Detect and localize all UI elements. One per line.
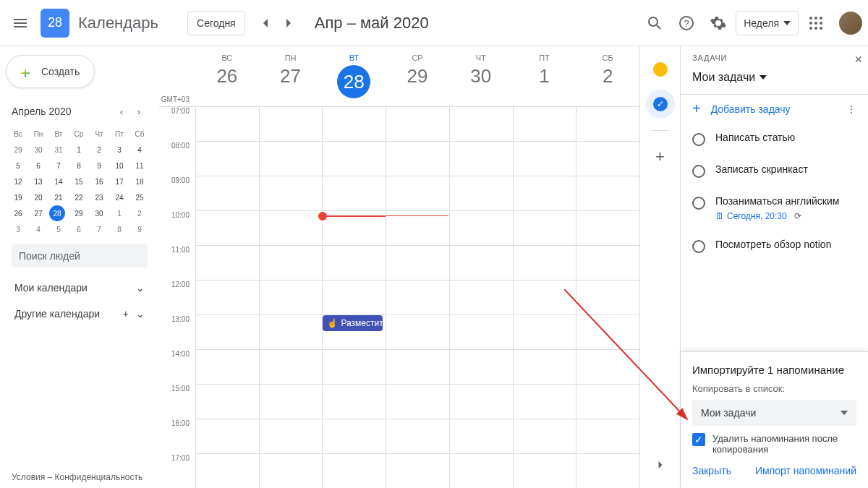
mini-cal-day[interactable]: 6 bbox=[29, 158, 48, 174]
footer-links[interactable]: Условия – Конфиденциальность bbox=[12, 472, 142, 482]
task-circle[interactable] bbox=[692, 165, 705, 178]
mini-cal-day[interactable]: 14 bbox=[49, 174, 68, 189]
mini-cal-day[interactable]: 23 bbox=[90, 189, 109, 205]
mini-cal-day[interactable]: 10 bbox=[110, 158, 129, 174]
mini-cal-day[interactable]: 13 bbox=[29, 174, 48, 189]
day-column[interactable] bbox=[449, 107, 513, 488]
mini-cal-day[interactable]: 8 bbox=[69, 158, 88, 174]
main-menu-button[interactable] bbox=[6, 9, 35, 38]
mini-cal-day[interactable]: 9 bbox=[90, 158, 109, 174]
hide-panel-button[interactable] bbox=[646, 450, 675, 479]
mini-cal-day[interactable]: 7 bbox=[49, 158, 68, 174]
mini-cal-day[interactable]: 8 bbox=[110, 221, 129, 237]
mini-cal-day[interactable]: 11 bbox=[130, 158, 149, 174]
apps-button[interactable] bbox=[801, 9, 830, 38]
task-circle[interactable] bbox=[692, 133, 705, 146]
task-date[interactable]: 🗓Сегодня, 20:30⟳ bbox=[715, 211, 801, 221]
mini-cal-day[interactable]: 4 bbox=[130, 142, 149, 158]
close-tasks-button[interactable]: × bbox=[854, 52, 862, 67]
mini-cal-day[interactable]: 30 bbox=[90, 205, 109, 221]
mini-next-button[interactable]: › bbox=[130, 103, 148, 120]
mini-cal-day[interactable]: 3 bbox=[110, 142, 129, 158]
plus-icon[interactable]: + bbox=[123, 308, 129, 320]
day-column[interactable] bbox=[386, 107, 449, 488]
search-people-input[interactable]: Поиск людей bbox=[12, 244, 148, 267]
add-addon-button[interactable]: + bbox=[646, 142, 675, 171]
settings-button[interactable] bbox=[704, 9, 733, 38]
view-selector[interactable]: Неделя bbox=[736, 11, 799, 35]
mini-cal-day[interactable]: 6 bbox=[69, 221, 88, 237]
mini-cal-day[interactable]: 1 bbox=[69, 142, 88, 158]
task-circle[interactable] bbox=[692, 240, 705, 253]
mini-cal-day[interactable]: 7 bbox=[90, 221, 109, 237]
day-header[interactable]: СБ2 bbox=[576, 46, 639, 106]
task-menu-button[interactable]: ⋮ bbox=[846, 103, 856, 115]
import-close-button[interactable]: Закрыть bbox=[692, 465, 731, 476]
day-header[interactable]: ПТ1 bbox=[513, 46, 576, 106]
mini-cal-day[interactable]: 29 bbox=[69, 205, 88, 221]
mini-cal-day[interactable]: 5 bbox=[49, 221, 68, 237]
mini-cal-day[interactable]: 12 bbox=[9, 174, 27, 189]
mini-cal-day[interactable]: 2 bbox=[90, 142, 109, 158]
mini-cal-day[interactable]: 16 bbox=[90, 174, 109, 189]
day-column[interactable] bbox=[259, 107, 323, 488]
day-header[interactable]: СР29 bbox=[386, 46, 449, 106]
avatar[interactable] bbox=[839, 12, 862, 35]
mini-cal-day[interactable]: 3 bbox=[9, 221, 27, 237]
prev-week-button[interactable] bbox=[254, 12, 277, 35]
import-confirm-button[interactable]: Импорт напоминаний bbox=[755, 465, 856, 476]
task-item[interactable]: Позаниматься английским🗓Сегодня, 20:30⟳ bbox=[681, 187, 868, 230]
tasks-list-selector[interactable]: Мои задачи bbox=[681, 71, 868, 94]
mini-cal-day[interactable]: 21 bbox=[49, 189, 68, 205]
day-header[interactable]: ВТ28 bbox=[322, 46, 386, 106]
mini-cal-day[interactable]: 18 bbox=[130, 174, 149, 189]
today-button[interactable]: Сегодня bbox=[187, 11, 245, 35]
mini-cal-day[interactable]: 30 bbox=[29, 142, 48, 158]
chevron-down-icon: ⌄ bbox=[136, 282, 145, 294]
day-column[interactable] bbox=[576, 107, 639, 488]
mini-cal-day[interactable]: 20 bbox=[29, 189, 48, 205]
mini-cal-day[interactable]: 31 bbox=[49, 142, 68, 158]
my-calendars-toggle[interactable]: Мои календари⌄ bbox=[6, 275, 153, 301]
calendar-event[interactable]: ☝Разместит bbox=[323, 315, 383, 331]
mini-cal-day[interactable]: 5 bbox=[9, 158, 27, 174]
mini-calendar[interactable]: ВсПнВтСрЧтПтСб29303112345678910111213141… bbox=[6, 126, 153, 237]
mini-cal-day[interactable]: 22 bbox=[69, 189, 88, 205]
mini-cal-day[interactable]: 2 bbox=[130, 205, 149, 221]
create-button[interactable]: Создать bbox=[6, 55, 95, 88]
mini-cal-day[interactable]: 9 bbox=[130, 221, 149, 237]
day-column[interactable] bbox=[513, 107, 576, 488]
svg-text:?: ? bbox=[684, 18, 689, 29]
hour-label: 08:00 bbox=[159, 142, 195, 176]
task-item[interactable]: Записать скринкаст bbox=[681, 155, 868, 187]
mini-cal-day[interactable]: 15 bbox=[69, 174, 88, 189]
day-column[interactable] bbox=[195, 107, 259, 488]
mini-cal-day[interactable]: 29 bbox=[9, 142, 27, 158]
task-item[interactable]: Написать статью bbox=[681, 123, 868, 155]
tasks-button[interactable]: ✓ bbox=[646, 90, 675, 119]
mini-cal-day[interactable]: 26 bbox=[9, 205, 27, 221]
keep-button[interactable] bbox=[646, 55, 675, 84]
mini-cal-day[interactable]: 24 bbox=[110, 189, 129, 205]
next-week-button[interactable] bbox=[277, 12, 300, 35]
mini-cal-day[interactable]: 25 bbox=[130, 189, 149, 205]
mini-cal-day[interactable]: 19 bbox=[9, 189, 27, 205]
mini-cal-day[interactable]: 27 bbox=[29, 205, 48, 221]
task-circle[interactable] bbox=[692, 197, 705, 210]
mini-cal-day[interactable]: 1 bbox=[110, 205, 129, 221]
day-header[interactable]: ВС26 bbox=[195, 46, 259, 106]
import-list-select[interactable]: Мои задачи bbox=[692, 400, 856, 426]
day-header[interactable]: ЧТ30 bbox=[449, 46, 513, 106]
mini-prev-button[interactable]: ‹ bbox=[113, 103, 130, 120]
mini-cal-day[interactable]: 17 bbox=[110, 174, 129, 189]
mini-cal-day[interactable]: 28 bbox=[49, 205, 65, 221]
help-button[interactable]: ? bbox=[672, 9, 701, 38]
day-header[interactable]: ПН27 bbox=[259, 46, 323, 106]
add-task-row[interactable]: + Добавить задачу ⋮ bbox=[681, 94, 868, 123]
delete-after-copy-checkbox[interactable]: ✓ Удалить напоминания после копирования bbox=[692, 433, 856, 455]
search-button[interactable] bbox=[640, 9, 669, 38]
day-column[interactable]: ☝Разместит bbox=[322, 107, 386, 488]
other-calendars-toggle[interactable]: Другие календари+⌄ bbox=[6, 301, 153, 327]
mini-cal-day[interactable]: 4 bbox=[29, 221, 48, 237]
task-item[interactable]: Посмотреть обзор notion bbox=[681, 230, 868, 262]
